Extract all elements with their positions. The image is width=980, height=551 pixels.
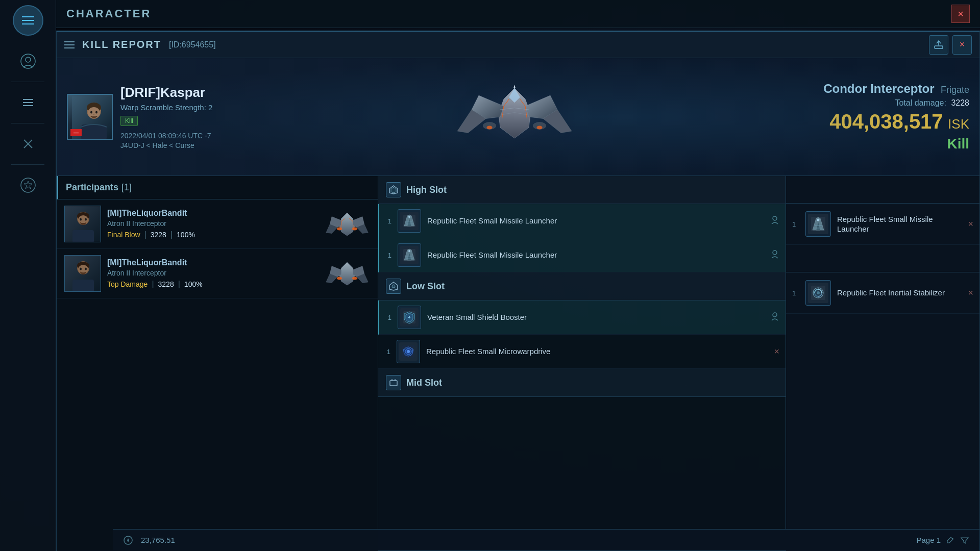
low-slot-icon [386,279,401,294]
svg-point-24 [80,218,82,221]
low-slot-name-2: Republic Fleet Small Microwarpdrive [426,346,768,357]
svg-point-25 [85,218,87,221]
sidebar-nav-icon[interactable] [15,90,41,115]
participant-row-2[interactable]: [MI]TheLiquorBandit Atron II Interceptor… [57,249,378,298]
sidebar-divider-2 [11,123,44,123]
mid-slot-icon [386,375,401,390]
participant-info-2: [MI]TheLiquorBandit Atron II Interceptor… [107,258,318,289]
svg-point-60 [817,219,820,221]
header-menu-button[interactable] [64,41,75,48]
svg-point-50 [773,313,777,317]
participant-ship-image-1 [324,208,370,241]
svg-point-18 [536,126,542,130]
right-item-x-2[interactable]: × [968,288,973,298]
character-name: [DRIF]Kaspar [120,85,212,101]
svg-point-55 [407,350,410,353]
low-slot-item-2[interactable]: 1 [378,335,786,369]
character-info: [DRIF]Kaspar Warp Scramble Strength: 2 K… [120,85,212,149]
right-item-name-1: Republic Fleet Small Missile Launcher [837,214,962,234]
svg-rect-57 [390,381,397,386]
right-missile-icon [805,211,831,237]
shield-booster-icon [398,306,421,329]
right-item-x-1[interactable]: × [968,219,973,230]
panel-close-icon: × [960,39,965,50]
missile-launcher-icon-2 [398,243,421,267]
svg-point-12 [95,111,97,114]
total-damage-label: Total damage: [895,98,946,107]
svg-point-34 [80,268,82,270]
isk-label: ISK [948,116,969,132]
svg-point-41 [408,216,410,218]
participants-count: [1] [121,182,132,193]
panel-close-button[interactable]: × [952,35,972,55]
svg-point-1 [26,57,31,62]
kill-report-header-bar: KILL REPORT [ID:6954655] × [57,32,979,58]
high-slot-item-1[interactable]: 1 Republic Fleet Small [378,204,786,238]
sidebar-favorites-icon[interactable] [15,172,41,198]
sidebar-close-icon[interactable] [15,131,41,157]
participant-percent-1: 100% [177,231,195,239]
remove-mwd-button[interactable]: × [774,346,779,357]
participant-damage-1: 3228 [151,231,166,239]
total-damage-value: 3228 [951,98,969,107]
person-icon-3 [770,312,779,323]
participant-ship-1: Atron II Interceptor [107,219,318,228]
svg-point-37 [337,277,342,280]
high-slot-item-2[interactable]: 1 Republic Fleet Small Missile Launch [378,238,786,272]
participant-avatar-2 [64,255,101,292]
kill-timestamp: 2022/04/01 08:09:46 UTC -7 [120,132,212,140]
bottom-value: 23,765.51 [141,536,175,544]
sidebar-menu-button[interactable] [13,5,43,36]
equipment-area: High Slot 1 [378,176,979,551]
svg-point-28 [352,227,358,230]
participant-stats-1: Final Blow | 3228 | 100% [107,230,318,239]
low-slot-qty-2: 1 [384,348,390,356]
ship-display [212,66,816,168]
person-icon-1 [770,215,779,227]
svg-point-27 [337,227,342,230]
high-slot-label: High Slot [406,185,447,195]
right-item-qty-2: 1 [792,289,799,297]
kill-report-title: KILL REPORT [82,39,161,51]
participant-row[interactable]: [MI]TheLiquorBandit Atron II Interceptor… [57,199,378,249]
svg-rect-5 [935,46,943,48]
character-avatar: — [67,94,113,140]
right-low-spacer [786,245,979,272]
red-badge: — [70,129,82,136]
header-actions: × [929,35,972,55]
high-slot-name-2: Republic Fleet Small Missile Launcher [427,250,764,260]
kill-report-panel: KILL REPORT [ID:6954655] × [56,31,980,551]
ship-type: Condor Interceptor [823,82,934,95]
kill-type-label: Kill [816,136,969,152]
svg-point-17 [486,126,492,130]
participant-name-2: [MI]TheLiquorBandit [107,258,318,267]
svg-point-11 [90,111,92,114]
bottom-icon [123,535,133,545]
isk-value: 404,038,517 [829,110,943,133]
kill-report-id: [ID:6954655] [169,40,216,49]
left-sidebar [0,0,56,551]
slot-section-left: High Slot 1 [378,176,786,551]
low-slot-item-1[interactable]: 1 Veteran Small Shield Booster [378,300,786,335]
participants-title: Participants [66,182,118,193]
right-item-name-2: Republic Fleet Inertial Stabilizer [837,288,962,298]
participant-ship-image-2 [324,257,370,290]
export-button[interactable] [929,35,948,55]
right-item-1[interactable]: 1 Republic Fleet Small Missile Launch [786,204,979,245]
edit-icon[interactable] [946,536,955,545]
inertial-stabilizer-icon [805,280,831,306]
svg-point-47 [392,285,395,288]
top-damage-label: Top Damage [107,280,148,288]
person-icon-2 [770,249,779,261]
participants-header: Participants [1] [57,176,378,199]
sidebar-character-icon[interactable] [15,48,41,74]
filter-icon[interactable] [960,536,969,545]
microwarpdrive-icon [397,340,420,363]
bottom-page: Page 1 [916,536,969,545]
right-item-2[interactable]: 1 [786,272,979,314]
sidebar-divider-3 [11,164,44,165]
final-blow-label: Final Blow [107,231,140,239]
app-close-button[interactable]: × [951,5,970,23]
top-bar: CHARACTER × [56,0,980,28]
page-label: Page 1 [916,536,941,544]
